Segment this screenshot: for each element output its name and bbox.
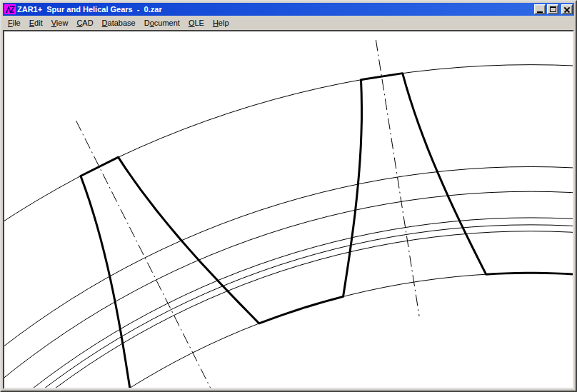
- menu-item-edit[interactable]: Edit: [25, 16, 47, 30]
- maximize-icon: [550, 6, 556, 12]
- maximize-button[interactable]: [547, 4, 558, 14]
- tooth-center-line-2: [376, 40, 419, 316]
- menu-item-ole[interactable]: OLE: [184, 16, 209, 30]
- menu-item-help[interactable]: Help: [209, 16, 234, 30]
- working-pitch-circle: [4, 225, 573, 388]
- aux-circle-2: [4, 191, 573, 388]
- root-circle: [4, 273, 573, 388]
- window-title: ZAR1+ Spur and Helical Gears - 0.zar: [17, 3, 533, 16]
- close-button[interactable]: [561, 4, 573, 14]
- menu-item-document[interactable]: Document: [140, 16, 184, 30]
- title-bar[interactable]: ZAR1+ Spur and Helical Gears - 0.zar: [3, 3, 574, 16]
- app-icon[interactable]: [4, 4, 16, 14]
- menu-item-file[interactable]: File: [4, 16, 25, 30]
- menu-item-database[interactable]: Database: [98, 16, 140, 30]
- minimize-icon: [537, 11, 543, 13]
- menu-item-cad[interactable]: CAD: [72, 16, 97, 30]
- menu-bar: FileEditViewCADDatabaseDocumentOLEHelp: [3, 16, 574, 30]
- gear-drawing: [4, 31, 573, 388]
- close-icon: [564, 7, 570, 12]
- tooth-center-line-1: [76, 121, 212, 388]
- pitch-circle: [4, 218, 573, 388]
- minimize-button[interactable]: [534, 4, 546, 14]
- app-window: ZAR1+ Spur and Helical Gears - 0.zar Fil…: [0, 0, 577, 392]
- drawing-area[interactable]: [3, 30, 574, 389]
- gear-tooth-profile: [81, 74, 573, 388]
- menu-item-view[interactable]: View: [47, 16, 73, 30]
